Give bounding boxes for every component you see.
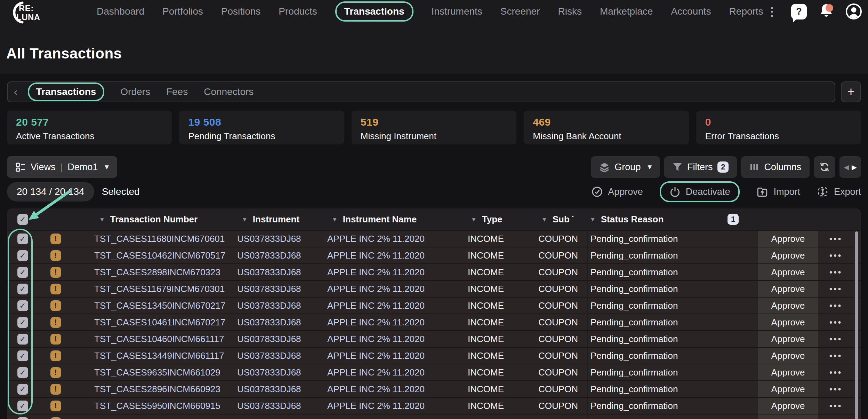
cell-transaction-number[interactable]: TST_CASES9635INCM661029 — [73, 367, 230, 378]
row-menu-button[interactable]: ••• — [818, 367, 854, 377]
row-checkbox[interactable]: ✓ — [17, 234, 28, 244]
stat-card-active-transactions[interactable]: 20 577Active Transactions — [7, 111, 172, 144]
group-button[interactable]: Group ▼ — [591, 156, 660, 178]
cell-instrument-name: APPLE INC 2% 11.2020 — [322, 384, 463, 395]
table-row: ✓!TST_CASES13450INCM670217US037833DJ68AP… — [7, 297, 861, 314]
cell-status-reason: Pending_confirmation — [587, 298, 758, 314]
app-logo[interactable]: RE: LUNA — [6, 1, 45, 24]
logo-text-top: RE: — [19, 3, 34, 13]
tab-transactions[interactable]: Transactions — [28, 82, 105, 101]
row-menu-button[interactable]: ••• — [818, 251, 854, 260]
nav-item-transactions[interactable]: Transactions — [335, 1, 413, 22]
notifications-button[interactable] — [818, 2, 835, 21]
cell-transaction-number[interactable]: TST_CASES13450INCM670217 — [73, 300, 230, 311]
row-approve-button[interactable]: Approve — [758, 331, 818, 347]
row-checkbox[interactable]: ✓ — [17, 300, 28, 311]
views-value: Demo1 — [67, 162, 98, 173]
header-transaction-number[interactable]: ▼Transaction Number — [73, 214, 230, 225]
vertical-scrollbar[interactable] — [855, 231, 858, 419]
row-approve-button[interactable]: Approve — [758, 231, 818, 247]
help-icon[interactable]: ? — [791, 4, 807, 19]
filters-button[interactable]: Filters 2 — [664, 156, 737, 178]
columns-button[interactable]: Columns — [741, 156, 810, 178]
stat-card-missing-instrument[interactable]: 519Missing Instrument — [352, 111, 516, 144]
row-checkbox[interactable]: ✓ — [17, 250, 28, 261]
tabs-back-chevron-icon[interactable]: ‹ — [13, 86, 18, 98]
stat-card-error-transactions[interactable]: 0Error Transactions — [696, 111, 861, 144]
cell-transaction-number[interactable]: TST_CASES10460INCM661117 — [73, 334, 230, 345]
nav-item-products[interactable]: Products — [279, 6, 317, 17]
tab-fees[interactable]: Fees — [166, 86, 188, 97]
row-approve-button[interactable]: Approve — [758, 264, 818, 280]
cell-transaction-number[interactable]: TST_CASES13449INCM661117 — [73, 350, 230, 361]
kebab-menu-icon[interactable]: ⋮ — [764, 6, 780, 17]
row-checkbox[interactable]: ✓ — [17, 417, 28, 419]
tab-orders[interactable]: Orders — [120, 86, 150, 97]
row-checkbox[interactable]: ✓ — [17, 384, 28, 395]
row-menu-button[interactable]: ••• — [818, 301, 854, 310]
warning-icon: ! — [50, 417, 61, 419]
refresh-button[interactable] — [814, 156, 835, 178]
row-menu-button[interactable]: ••• — [818, 317, 854, 327]
header-instrument[interactable]: ▼Instrument — [230, 214, 322, 225]
row-checkbox[interactable]: ✓ — [17, 367, 28, 378]
collapse-panel-button[interactable]: ◀ ▶ — [839, 156, 861, 178]
row-checkbox[interactable]: ✓ — [17, 350, 28, 361]
header-instrument-name[interactable]: ▼Instrument Name — [322, 214, 463, 225]
row-checkbox-cell: ✓ — [7, 398, 38, 414]
row-checkbox[interactable]: ✓ — [17, 267, 28, 278]
nav-item-reports[interactable]: Reports — [729, 6, 763, 17]
deactivate-button[interactable]: Deactivate — [660, 181, 740, 202]
row-approve-button[interactable]: Approve — [758, 314, 818, 330]
nav-item-portfolios[interactable]: Portfolios — [162, 6, 203, 17]
row-menu-button[interactable]: ••• — [818, 267, 854, 277]
row-approve-button[interactable]: Approve — [758, 348, 818, 364]
cell-sub-type: COUPON — [532, 350, 587, 361]
export-button[interactable]: Export — [817, 186, 861, 198]
select-all-checkbox[interactable]: ✓ — [17, 214, 28, 225]
nav-item-accounts[interactable]: Accounts — [671, 6, 711, 17]
row-menu-button[interactable]: ••• — [818, 234, 854, 244]
row-approve-button[interactable]: Approve — [758, 414, 818, 419]
cell-transaction-number[interactable]: TST_CASES2896INCM660923 — [73, 384, 230, 395]
row-menu-button[interactable]: ••• — [818, 418, 854, 419]
nav-item-marketplace[interactable]: Marketplace — [600, 6, 653, 17]
nav-item-positions[interactable]: Positions — [221, 6, 261, 17]
row-approve-button[interactable]: Approve — [758, 364, 818, 380]
row-approve-button[interactable]: Approve — [758, 398, 818, 414]
header-type[interactable]: ▼Type — [463, 214, 532, 225]
row-menu-button[interactable]: ••• — [818, 351, 854, 361]
cell-transaction-number[interactable]: TST_CASES10462INCM670517 — [73, 250, 230, 261]
nav-item-instruments[interactable]: Instruments — [432, 6, 482, 17]
views-button[interactable]: Views | Demo1 ▼ — [7, 156, 117, 178]
add-tab-button[interactable]: + — [841, 81, 861, 102]
row-checkbox[interactable]: ✓ — [17, 334, 28, 345]
cell-transaction-number[interactable]: TST_CASES11679INCM670301 — [73, 284, 230, 294]
row-approve-button[interactable]: Approve — [758, 247, 818, 263]
row-approve-button[interactable]: Approve — [758, 281, 818, 297]
stat-card-pending-transactions[interactable]: 19 508Pending Transactions — [179, 111, 344, 144]
cell-transaction-number[interactable]: TST_CASES5950INCM660915 — [73, 401, 230, 411]
cell-transaction-number[interactable]: TST_CASES2898INCM670323 — [73, 267, 230, 278]
row-checkbox[interactable]: ✓ — [17, 284, 28, 294]
approve-button[interactable]: Approve — [592, 186, 643, 197]
row-approve-button[interactable]: Approve — [758, 381, 818, 397]
warning-icon: ! — [50, 334, 61, 345]
tab-connectors[interactable]: Connectors — [204, 86, 254, 97]
nav-item-screener[interactable]: Screener — [500, 6, 540, 17]
header-sub-type[interactable]: ▼Sub Type — [532, 214, 587, 225]
row-menu-button[interactable]: ••• — [818, 284, 854, 294]
cell-transaction-number[interactable]: TST_CASES10461INCM670217 — [73, 317, 230, 328]
row-menu-button[interactable]: ••• — [818, 334, 854, 344]
nav-item-risks[interactable]: Risks — [558, 6, 581, 17]
stat-card-missing-bank-account[interactable]: 469Missing Bank Account — [524, 111, 689, 144]
cell-transaction-number[interactable]: TST_CASES11680INCM670601 — [73, 234, 230, 244]
avatar[interactable] — [846, 3, 862, 19]
row-checkbox[interactable]: ✓ — [17, 401, 28, 411]
row-approve-button[interactable]: Approve — [758, 298, 818, 314]
row-menu-button[interactable]: ••• — [818, 401, 854, 411]
nav-item-dashboard[interactable]: Dashboard — [97, 6, 144, 17]
import-button[interactable]: Import — [756, 186, 800, 198]
row-menu-button[interactable]: ••• — [818, 384, 854, 394]
row-checkbox[interactable]: ✓ — [17, 317, 28, 328]
